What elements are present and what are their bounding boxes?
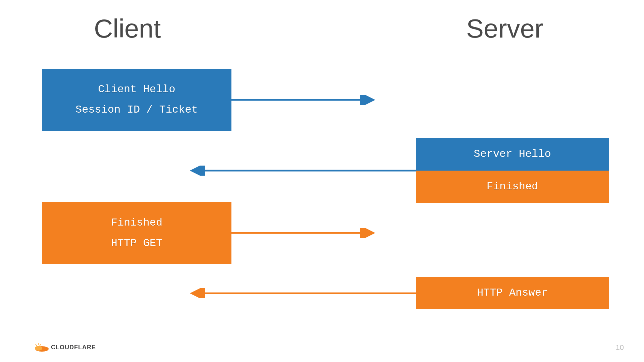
svg-point-5 [35, 346, 42, 351]
arrow-http-answer-left [186, 288, 416, 298]
client-finished-box: Finished HTTP GET [42, 202, 231, 264]
svg-line-8 [40, 344, 41, 346]
client-hello-box: Client Hello Session ID / Ticket [42, 69, 231, 131]
arrow-server-hello-left [186, 166, 416, 176]
server-hello-box: Server Hello [416, 138, 609, 171]
client-heading: Client [94, 13, 161, 44]
arrow-client-hello-right [231, 95, 379, 105]
brand-logo: CLOUDFLARE [34, 343, 96, 352]
brand-name: CLOUDFLARE [51, 344, 96, 351]
client-finished-line1: Finished [111, 213, 163, 233]
http-answer-box: HTTP Answer [416, 277, 609, 309]
arrow-client-finished-right [231, 228, 379, 238]
page-number: 10 [616, 343, 624, 352]
http-answer-text: HTTP Answer [477, 283, 548, 303]
cloud-icon [34, 343, 49, 352]
client-hello-line2: Session ID / Ticket [75, 100, 198, 120]
server-finished-box: Finished [416, 171, 609, 203]
server-heading: Server [466, 13, 543, 44]
server-finished-text: Finished [487, 177, 538, 197]
server-hello-text: Server Hello [474, 144, 551, 165]
client-finished-line2: HTTP GET [111, 233, 163, 254]
client-hello-line1: Client Hello [98, 79, 175, 100]
svg-line-7 [36, 344, 37, 346]
